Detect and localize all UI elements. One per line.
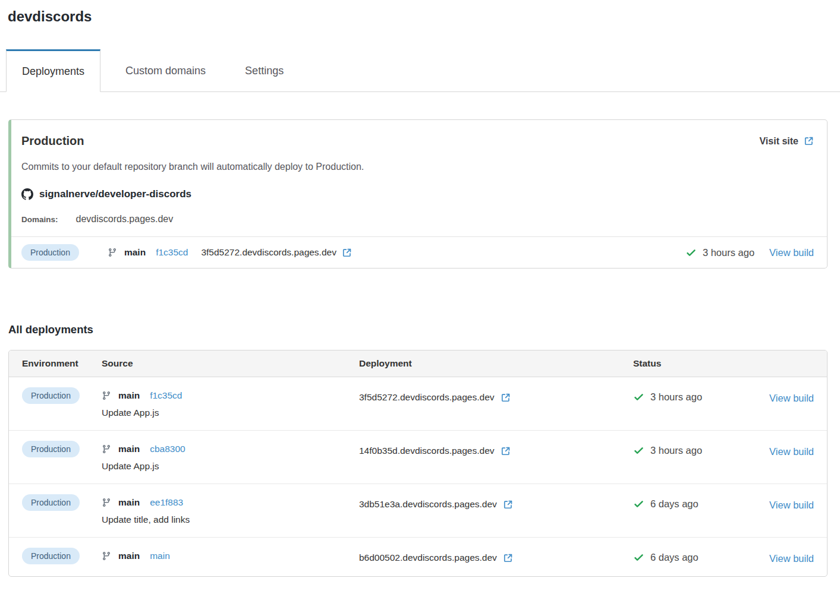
table-row: Production main ee1f883 Update title, ad… [9,484,827,538]
tab-custom-domains[interactable]: Custom domains [111,49,220,91]
check-icon [633,445,644,456]
git-branch-icon [102,498,111,507]
visit-site-label: Visit site [759,136,798,147]
column-header-action [763,350,814,377]
branch-name: main [118,390,140,401]
branch-name: main [118,551,140,561]
tab-deployments[interactable]: Deployments [6,49,100,92]
production-card-title: Production [21,134,84,148]
environment-badge: Production [21,244,79,261]
environment-badge: Production [22,387,80,404]
deployment-url-link[interactable]: 3f5d5272.devdiscords.pages.dev [359,392,633,403]
view-build-link[interactable]: View build [769,247,814,258]
branch-name: main [118,444,140,454]
view-build-link[interactable]: View build [769,553,814,564]
status-time: 6 days ago [650,552,699,563]
deployment-url-link[interactable]: 3f5d5272.devdiscords.pages.dev [201,247,352,258]
external-link-icon [501,446,511,456]
deployment-url-link[interactable]: b6d00502.devdiscords.pages.dev [359,552,633,563]
check-icon [633,498,644,510]
domains-row: Domains: devdiscords.pages.dev [21,214,814,225]
environment-badge: Production [22,441,80,457]
external-link-icon [503,500,513,510]
view-build-link[interactable]: View build [769,393,814,403]
environment-badge: Production [22,548,80,564]
table-header-row: Environment Source Deployment Status [9,350,827,377]
domain-value: devdiscords.pages.dev [76,214,174,225]
deployment-url: 3db51e3a.devdiscords.pages.dev [359,499,497,510]
git-branch-icon [102,391,111,400]
commit-link[interactable]: f1c35cd [150,390,182,401]
column-header-source: Source [102,350,359,377]
deployment-url: 3f5d5272.devdiscords.pages.dev [201,247,336,258]
status-time: 3 hours ago [650,391,702,403]
table-row: Production main f1c35cd Update App.js 3f… [9,377,827,431]
external-link-icon [501,393,511,403]
column-header-status: Status [633,350,763,377]
tab-bar: Deployments Custom domains Settings [0,49,840,92]
status-time: 6 days ago [650,498,699,510]
all-deployments-title: All deployments [8,323,840,336]
commit-message: Update title, add links [102,514,359,525]
table-row: Production main main b6d00502.devdiscord… [9,538,827,576]
branch-name: main [118,497,140,508]
deployment-url-link[interactable]: 3db51e3a.devdiscords.pages.dev [359,499,633,510]
commit-link[interactable]: ee1f883 [150,497,183,508]
source-group: main f1c35cd [108,247,188,258]
environment-badge: Production [22,494,80,511]
view-build-link[interactable]: View build [769,500,814,510]
table-row: Production main cba8300 Update App.js 14… [9,431,827,484]
github-icon [21,188,33,200]
production-deployment-row: Production main f1c35cd 3f5d5272.devdisc… [11,236,827,268]
git-branch-icon [102,551,111,561]
git-branch-icon [102,444,111,454]
commit-message: Update App.js [102,407,359,418]
commit-link[interactable]: f1c35cd [156,247,188,258]
external-link-icon [342,248,352,258]
production-card: Production Visit site Commits to your de… [8,119,828,268]
view-build-link[interactable]: View build [769,446,814,457]
commit-link[interactable]: main [150,551,170,561]
status-time: 3 hours ago [703,247,754,258]
deployment-url: 3f5d5272.devdiscords.pages.dev [359,392,495,403]
tab-settings[interactable]: Settings [231,49,298,91]
deployments-table: Environment Source Deployment Status Pro… [8,350,828,577]
repo-name: signalnerve/developer-discords [39,188,191,200]
deployment-url: b6d00502.devdiscords.pages.dev [359,552,497,563]
deployment-url: 14f0b35d.devdiscords.pages.dev [359,446,495,456]
status-time: 3 hours ago [650,445,702,456]
commit-message: Update App.js [102,461,359,472]
domains-label: Domains: [21,215,58,224]
check-icon [685,247,697,258]
visit-site-link[interactable]: Visit site [759,136,814,147]
branch-name: main [124,247,146,258]
check-icon [633,552,644,563]
column-header-deployment: Deployment [359,350,633,377]
deployment-url-link[interactable]: 14f0b35d.devdiscords.pages.dev [359,446,633,456]
column-header-environment: Environment [22,350,102,377]
external-link-icon [804,136,814,146]
git-branch-icon [108,248,117,257]
repo-link[interactable]: signalnerve/developer-discords [21,188,814,200]
page-title: devdiscords [0,0,840,25]
commit-link[interactable]: cba8300 [150,444,185,454]
external-link-icon [503,553,513,563]
check-icon [633,391,644,403]
production-description: Commits to your default repository branc… [21,162,814,172]
